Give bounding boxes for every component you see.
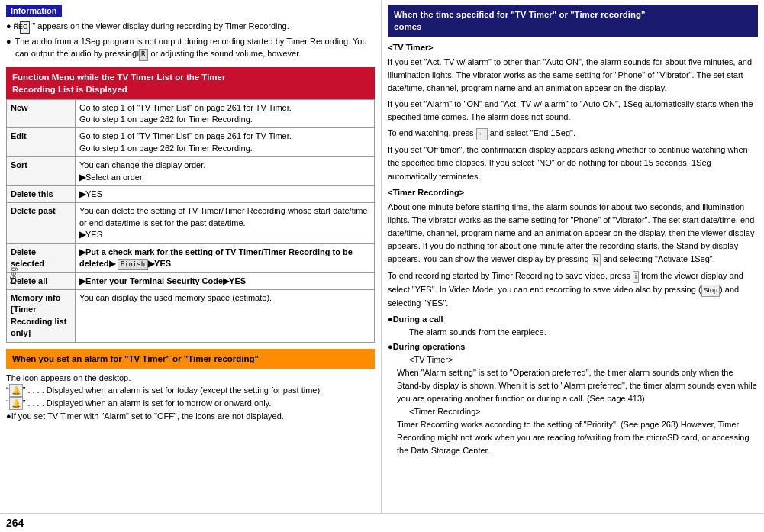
- row-desc-delete-past: You can delete the setting of TV Timer/T…: [76, 203, 375, 243]
- right-column: When the time specified for "TV Timer" o…: [382, 0, 764, 513]
- clr-key-icon: CLR: [139, 49, 148, 61]
- during-ops-item: ●During operations <TV Timer> When "Alar…: [388, 340, 758, 457]
- alarm-line-3: “🔔” . . . . Displayed when an alarm is s…: [6, 397, 375, 410]
- tv-timer-p1: If you set "Act. TV w/ alarm" to other t…: [388, 56, 758, 95]
- row-label-delete-this: Delete this: [7, 186, 76, 203]
- during-ops-tv-title: <TV Timer>: [397, 355, 453, 364]
- tv-timer-p2: If you set "Alarm" to "ON" and "Act. TV …: [388, 98, 758, 124]
- function-table: New Go to step 1 of "TV Timer List" on p…: [6, 99, 375, 343]
- table-row: Delete past You can delete the setting o…: [7, 203, 375, 243]
- row-desc-delete-this: ▶YES: [76, 186, 375, 203]
- page-number: 264: [6, 517, 24, 529]
- rec-icon: REC: [20, 21, 30, 34]
- bullet-icon: [6, 21, 13, 31]
- alarm-content: The icon appears on the desktop. “🔔” . .…: [6, 372, 375, 423]
- alarm-line-2: “🔔” . . . . Displayed when an alarm is s…: [6, 384, 375, 397]
- timer-recording-title: <Timer Recording>: [388, 186, 758, 199]
- during-ops-timer-title: <Timer Recording>: [397, 407, 481, 416]
- alarm-bullet-1: ●If you set TV Timer with "Alarm" set to…: [6, 410, 375, 423]
- right-section-header: When the time specified for "TV Timer" o…: [388, 5, 758, 37]
- row-label-delete-past: Delete past: [7, 203, 76, 243]
- timer-rec-p2: To end recording started by Timer Record…: [388, 269, 758, 310]
- alarm-line-1: The icon appears on the desktop.: [6, 372, 375, 385]
- page-footer: 264 1Seg: [0, 513, 764, 532]
- row-label-new: New: [7, 99, 76, 128]
- right-content: <TV Timer> If you set "Act. TV w/ alarm"…: [388, 41, 758, 457]
- tv-timer-p3: To end watching, press ← and select "End…: [388, 127, 758, 140]
- row-desc-edit: Go to step 1 of "TV Timer List" on page …: [76, 128, 375, 157]
- bullet-icon-2: [6, 37, 13, 46]
- timer-rec-p1: About one minute before starting time, t…: [388, 201, 758, 266]
- stop-key: Stop: [701, 285, 720, 297]
- row-label-sort: Sort: [7, 157, 76, 186]
- function-menu-header: Function Menu while the TV Timer List or…: [6, 67, 375, 99]
- alarm-section-header: When you set an alarm for "TV Timer" or …: [6, 349, 375, 369]
- table-row: Delete all ▶Enter your Terminal Security…: [7, 272, 375, 289]
- info-box-label: Information: [6, 5, 62, 17]
- table-row: Edit Go to step 1 of "TV Timer List" on …: [7, 128, 375, 157]
- info-bullet-1: “ REC ” appears on the viewer display du…: [6, 20, 375, 34]
- row-desc-delete-selected: ▶Put a check mark for the setting of TV …: [76, 243, 375, 272]
- table-row: Delete selected ▶Put a check mark for th…: [7, 243, 375, 272]
- during-ops-timer-text: Timer Recording works according to the s…: [397, 420, 749, 455]
- row-label-memory-info: Memory info[Timer Recording list only]: [7, 289, 76, 342]
- tv-timer-title: <TV Timer>: [388, 41, 758, 54]
- alarm-future-icon: 🔔: [9, 397, 23, 410]
- row-label-edit: Edit: [7, 128, 76, 157]
- info-bullet-2: The audio from a 1Seg program is not out…: [6, 35, 375, 61]
- left-column: Information “ REC ” appears on the viewe…: [0, 0, 382, 513]
- side-label: 1Seg: [9, 267, 18, 285]
- back-key: ←: [476, 128, 488, 140]
- during-call-item: ●During a call The alarm sounds from the…: [388, 313, 758, 339]
- i-key: i: [633, 271, 639, 283]
- info-content: “ REC ” appears on the viewer display du…: [6, 20, 375, 61]
- during-ops-tv-text: When "Alarm setting" is set to "Operatio…: [397, 368, 757, 403]
- row-desc-new: Go to step 1 of "TV Timer List" on page …: [76, 99, 375, 128]
- row-desc-delete-all: ▶Enter your Terminal Security Code▶YES: [76, 272, 375, 289]
- table-row: Sort You can change the display order.▶S…: [7, 157, 375, 186]
- table-row: New Go to step 1 of "TV Timer List" on p…: [7, 99, 375, 128]
- during-call-text: The alarm sounds from the earpiece.: [397, 327, 546, 337]
- row-desc-sort: You can change the display order.▶Select…: [76, 157, 375, 186]
- table-row: Delete this ▶YES: [7, 186, 375, 203]
- finish-key: Finish: [118, 259, 149, 270]
- tv-timer-p4: If you set "Off timer", the confirmation…: [388, 143, 758, 182]
- row-desc-memory-info: You can display the used memory space (e…: [76, 289, 375, 342]
- table-row: Memory info[Timer Recording list only] Y…: [7, 289, 375, 342]
- n-key: N: [592, 254, 601, 266]
- alarm-today-icon: 🔔: [9, 384, 23, 397]
